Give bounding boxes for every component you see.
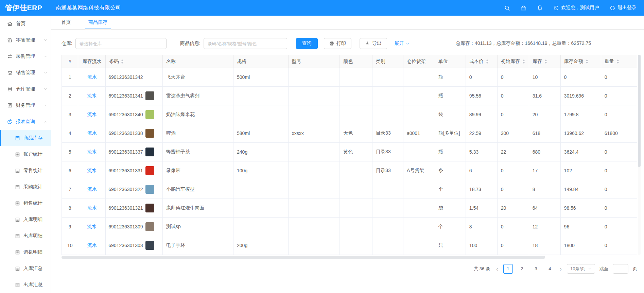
page-button-2[interactable]: 2 (517, 264, 527, 274)
prev-page-button[interactable]: ‹ (495, 266, 499, 272)
horizontal-scrollbar-thumb[interactable] (62, 256, 545, 259)
column-header-weight[interactable]: 重量 (601, 55, 637, 68)
flow-link[interactable]: 流水 (87, 186, 97, 192)
column-label: 库存流水 (82, 58, 101, 65)
sidebar-item-goods-stock[interactable]: 商品库存 (0, 130, 51, 146)
product-thumbnail[interactable] (145, 166, 154, 175)
vertical-scrollbar[interactable] (638, 55, 641, 255)
product-thumbnail[interactable] (145, 185, 154, 194)
horizontal-scrollbar[interactable] (62, 256, 637, 259)
product-thumbnail[interactable] (145, 222, 154, 231)
sidebar-item-purchase[interactable]: 采购管理 (0, 48, 51, 65)
user-welcome[interactable]: 欢迎您，测试用户 (554, 5, 599, 11)
search-button[interactable]: 查询 (296, 38, 318, 49)
product-thumbnail[interactable] (145, 91, 154, 100)
product-thumbnail[interactable] (145, 148, 154, 156)
flow-link[interactable]: 流水 (87, 242, 97, 248)
page-button-1[interactable]: 1 (503, 264, 513, 274)
column-header-amount[interactable]: 库存金额 (560, 55, 601, 68)
cell-barcode: 6901236301337 (106, 143, 163, 161)
flow-link[interactable]: 流水 (87, 168, 97, 173)
sidebar-item-reports[interactable]: 报表查询 (0, 114, 51, 130)
sort-carets-icon[interactable] (616, 59, 619, 64)
cell-color (340, 87, 372, 105)
sidebar-item-outbound-detail[interactable]: 出库明细 (0, 228, 51, 244)
sidebar-item-warehouse[interactable]: 仓库管理 (0, 81, 51, 97)
print-button[interactable]: 打印 (324, 38, 351, 49)
cell-model (288, 218, 340, 236)
sidebar-item-sales-stats[interactable]: 销售统计 (0, 195, 51, 211)
cell-name: 蜂蜜柚子茶 (162, 143, 233, 161)
sort-carets-icon[interactable] (121, 59, 124, 64)
cell-stock: 10 (529, 68, 560, 87)
page-button-4[interactable]: 4 (545, 264, 555, 274)
column-label: 类别 (376, 58, 385, 65)
column-header-cost[interactable]: 成本价 (466, 55, 497, 68)
product-thumbnail[interactable] (145, 204, 154, 212)
bell-icon[interactable] (537, 5, 543, 11)
tab-1[interactable]: 商品库存 (88, 16, 107, 29)
cell-category: 目录33 (372, 124, 403, 143)
sidebar-item-retail[interactable]: 零售管理 (0, 32, 51, 48)
flow-link[interactable]: 流水 (87, 149, 97, 154)
doc-icon (15, 266, 20, 271)
cell-shelf (403, 236, 435, 255)
product-info-input[interactable] (204, 38, 287, 49)
cell-flow: 流水 (78, 68, 106, 87)
sidebar-item-inbound-summary[interactable]: 入库汇总 (0, 260, 51, 277)
sidebar-item-inbound-detail[interactable]: 入库明细 (0, 211, 51, 228)
vertical-scrollbar-thumb[interactable] (638, 55, 641, 167)
sidebar-item-sales[interactable]: 销售管理 (0, 65, 51, 81)
flow-link[interactable]: 流水 (87, 74, 97, 80)
flow-link[interactable]: 流水 (87, 93, 97, 98)
sidebar-item-transfer-detail[interactable]: 调拨明细 (0, 244, 51, 260)
flow-link[interactable]: 流水 (87, 130, 97, 136)
cell-shelf (403, 218, 435, 236)
logout-button[interactable]: 退出登录 (610, 5, 637, 11)
next-page-button[interactable]: › (559, 266, 562, 272)
column-header-stock[interactable]: 库存 (529, 55, 560, 68)
sidebar-item-purchase-stats[interactable]: 采购统计 (0, 179, 51, 195)
bank-icon[interactable] (520, 5, 526, 11)
warehouse-select[interactable] (75, 38, 167, 49)
column-header-barcode[interactable]: 条码 (106, 55, 163, 68)
sidebar: 首页零售管理采购管理销售管理仓库管理财务管理报表查询商品库存账户统计零售统计采购… (0, 16, 51, 293)
flow-link[interactable]: 流水 (87, 205, 97, 210)
expand-link[interactable]: 展开 (395, 40, 410, 47)
warehouse-label: 仓库: (62, 40, 72, 47)
flow-link[interactable]: 流水 (87, 224, 97, 229)
tab-0[interactable]: 首页 (61, 16, 71, 29)
sidebar-item-finance[interactable]: 财务管理 (0, 97, 51, 114)
column-header-unit: 单位 (435, 55, 466, 68)
sort-carets-icon[interactable] (586, 59, 588, 64)
sidebar-item-account-stats[interactable]: 账户统计 (0, 146, 51, 162)
cell-weight: 0 (601, 161, 637, 180)
cell-shelf (403, 68, 435, 87)
search-icon[interactable] (504, 5, 510, 11)
product-thumbnail[interactable] (145, 241, 154, 250)
sidebar-item-home[interactable]: 首页 (0, 16, 51, 32)
cell-color (340, 68, 372, 87)
cell-init: 0 (497, 68, 529, 87)
column-header-init[interactable]: 初始库存 (497, 55, 529, 68)
cell-num: 5 (62, 143, 78, 161)
sidebar-item-label: 调拨明细 (23, 249, 47, 255)
flow-link[interactable]: 流水 (87, 111, 97, 117)
sort-carets-icon[interactable] (544, 59, 547, 64)
jump-page-input[interactable] (613, 264, 628, 274)
cell-num: 9 (62, 218, 78, 236)
sort-carets-icon[interactable] (486, 59, 489, 64)
export-button[interactable]: 导出 (360, 38, 387, 49)
sidebar-item-retail-stats[interactable]: 零售统计 (0, 162, 51, 179)
page-button-3[interactable]: 3 (531, 264, 541, 274)
cell-cost: 1.54 (466, 199, 497, 218)
sidebar-item-outbound-summary[interactable]: 出库汇总 (0, 277, 51, 293)
sort-carets-icon[interactable] (522, 59, 525, 64)
cell-spec (233, 87, 289, 105)
product-thumbnail[interactable] (145, 110, 154, 119)
page-size-select[interactable]: 10条/页 (567, 264, 595, 274)
cell-amount: 98.56 (560, 199, 601, 218)
product-thumbnail[interactable] (145, 129, 154, 138)
cell-shelf (403, 143, 435, 161)
pie-icon (7, 119, 13, 124)
